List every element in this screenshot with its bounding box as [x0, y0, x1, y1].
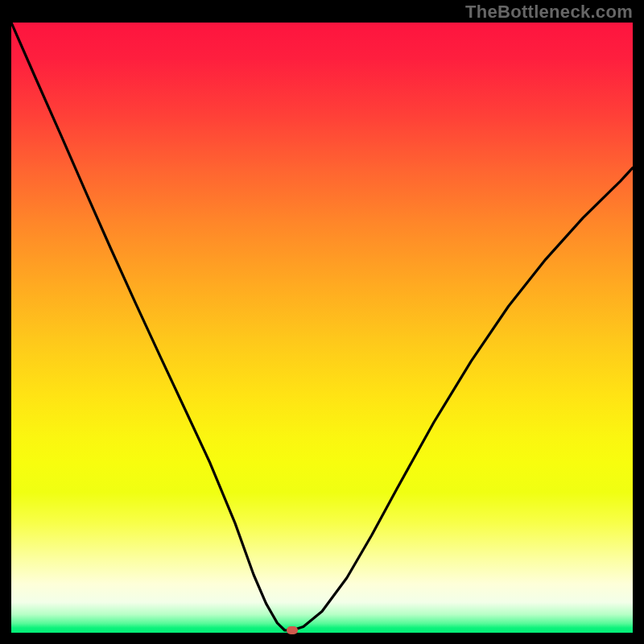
optimum-marker [287, 626, 298, 634]
curve-path [11, 23, 633, 630]
chart-frame: TheBottleneck.com [0, 0, 644, 644]
bottleneck-curve [11, 23, 633, 633]
watermark-text: TheBottleneck.com [465, 2, 633, 23]
